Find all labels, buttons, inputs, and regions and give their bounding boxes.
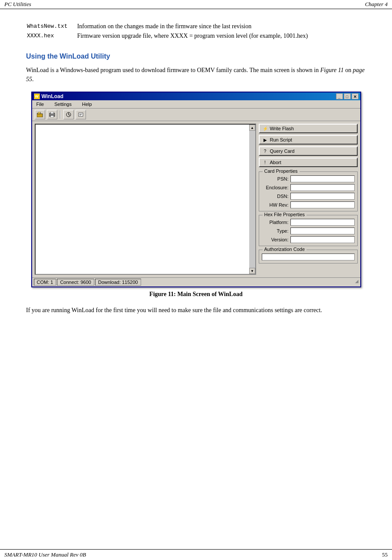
- action-buttons: ⚡ Write Flash ▶ Run Script ? Query Card: [259, 124, 358, 167]
- write-flash-label: Write Flash: [270, 126, 294, 131]
- body-text-1: WinLoad is a Windows-based program used …: [26, 66, 366, 84]
- svg-rect-3: [50, 112, 54, 114]
- body-text-2: If you are running WinLoad for the first…: [26, 306, 366, 315]
- query-card-btn[interactable]: ? Query Card: [259, 146, 358, 156]
- svg-line-7: [69, 115, 70, 115]
- win-right-pane: ⚡ Write Flash ▶ Run Script ? Query Card: [256, 121, 360, 277]
- prop-type-input[interactable]: [290, 227, 355, 234]
- winload-window: W WinLoad _ □ ✕ File Settings Help: [31, 92, 361, 287]
- figure-ref: Figure 11: [320, 67, 344, 73]
- auth-code-input[interactable]: [262, 254, 355, 260]
- toolbar-print-btn[interactable]: [47, 110, 57, 119]
- win-toolbar: [32, 109, 360, 121]
- prop-version-row: Version:: [262, 236, 355, 243]
- prop-enclosure-input[interactable]: [290, 184, 355, 191]
- prop-hwrev-label: HW Rev:: [262, 202, 289, 208]
- file-table-row: XXXX.hex Firmware version upgrade file, …: [27, 33, 365, 41]
- page-content: WhatsNew.txt Information on the changes …: [0, 9, 392, 340]
- run-script-label: Run Script: [270, 137, 292, 142]
- win-minimize-btn[interactable]: _: [336, 93, 343, 99]
- file-table-row: WhatsNew.txt Information on the changes …: [27, 23, 365, 32]
- svg-rect-8: [79, 113, 83, 116]
- page-footer: SMART-MR10 User Manual Rev 0B 55: [0, 549, 392, 560]
- prop-type-label: Type:: [262, 228, 289, 234]
- card-properties-title: Card Properties: [263, 168, 300, 174]
- file-table: WhatsNew.txt Information on the changes …: [26, 22, 366, 42]
- abort-icon: !: [262, 160, 268, 165]
- page-ref: page 55: [26, 67, 365, 82]
- win-maximize-btn[interactable]: □: [344, 93, 351, 99]
- auth-code-row: [262, 254, 355, 260]
- toolbar-btn-4[interactable]: [76, 110, 86, 119]
- win-controls[interactable]: _ □ ✕: [336, 93, 359, 99]
- auth-code-title: Authorization Code: [263, 247, 307, 252]
- file-name: WhatsNew.txt: [27, 23, 76, 32]
- figure-caption: Figure 11: Main Screen of WinLoad: [26, 291, 366, 298]
- header-left: PC Utilities: [4, 1, 31, 8]
- prop-hwrev-row: HW Rev:: [262, 201, 355, 208]
- section-heading: Using the WinLoad Utility: [26, 53, 366, 60]
- prop-enclosure-label: Enclosure:: [262, 185, 289, 190]
- file-description: Information on the changes made in the f…: [77, 23, 365, 32]
- write-flash-icon: ⚡: [262, 126, 268, 131]
- prop-dsn-label: DSN:: [262, 194, 289, 199]
- file-name: XXXX.hex: [27, 33, 76, 41]
- footer-right: 55: [382, 551, 388, 558]
- scrollbar-up[interactable]: ▲: [249, 125, 255, 131]
- winload-wrapper: W WinLoad _ □ ✕ File Settings Help: [26, 92, 366, 287]
- win-titlebar: W WinLoad _ □ ✕: [32, 92, 360, 100]
- prop-psn-row: PSN:: [262, 175, 355, 182]
- status-resize: ◢: [352, 279, 359, 286]
- prop-hwrev-input[interactable]: [290, 201, 355, 208]
- card-properties-group: Card Properties PSN: Enclosure: DSN:: [259, 171, 358, 211]
- run-script-btn[interactable]: ▶ Run Script: [259, 135, 358, 145]
- menu-settings[interactable]: Settings: [52, 101, 74, 107]
- status-connect: Connect: 9600: [57, 279, 94, 286]
- win-left-pane: ▲ ▼: [35, 124, 256, 275]
- query-card-label: Query Card: [270, 148, 295, 154]
- hex-properties-group: Hex File Properties Platform: Type: Vers…: [259, 215, 358, 246]
- toolbar-sep-1: [60, 111, 61, 119]
- status-com: COM: 1: [34, 279, 56, 286]
- status-spacer: [142, 279, 352, 286]
- prop-version-label: Version:: [262, 237, 289, 242]
- page-header: PC Utilities Chapter 4: [0, 0, 392, 9]
- prop-psn-input[interactable]: [290, 175, 355, 182]
- win-close-btn[interactable]: ✕: [352, 93, 359, 99]
- toolbar-open-btn[interactable]: [35, 110, 45, 119]
- status-download: Download: 115200: [95, 279, 141, 286]
- write-flash-btn[interactable]: ⚡ Write Flash: [259, 124, 358, 133]
- prop-type-row: Type:: [262, 227, 355, 234]
- win-app-icon: W: [34, 93, 40, 99]
- prop-platform-row: Platform:: [262, 219, 355, 226]
- header-right: Chapter 4: [365, 1, 388, 8]
- hex-properties-title: Hex File Properties: [263, 212, 307, 217]
- menu-help[interactable]: Help: [79, 101, 95, 107]
- win-menubar: File Settings Help: [32, 100, 360, 109]
- scrollbar-track: [249, 131, 255, 268]
- prop-dsn-input[interactable]: [290, 193, 355, 200]
- win-titlebar-title: W WinLoad: [34, 93, 64, 99]
- run-script-icon: ▶: [262, 138, 268, 142]
- prop-platform-label: Platform:: [262, 220, 289, 225]
- toolbar-btn-3[interactable]: [63, 110, 74, 119]
- prop-enclosure-row: Enclosure:: [262, 184, 355, 191]
- win-statusbar: COM: 1 Connect: 9600 Download: 115200 ◢: [32, 277, 360, 287]
- abort-label: Abort: [270, 160, 281, 165]
- scrollbar-down[interactable]: ▼: [249, 268, 255, 274]
- svg-rect-4: [50, 115, 54, 117]
- win-scrollbar[interactable]: ▲ ▼: [249, 125, 255, 274]
- svg-marker-1: [37, 112, 40, 114]
- query-card-icon: ?: [262, 149, 268, 154]
- prop-platform-input[interactable]: [290, 219, 355, 226]
- prop-dsn-row: DSN:: [262, 193, 355, 200]
- auth-code-group: Authorization Code: [259, 250, 358, 264]
- svg-rect-0: [37, 114, 43, 117]
- file-description: Firmware version upgrade file, where XXX…: [77, 33, 365, 41]
- win-body: ▲ ▼ ⚡ Write Flash ▶: [32, 121, 360, 277]
- footer-left: SMART-MR10 User Manual Rev 0B: [4, 551, 86, 558]
- menu-file[interactable]: File: [34, 101, 47, 107]
- win-title-text: WinLoad: [42, 93, 64, 99]
- prop-version-input[interactable]: [290, 236, 355, 243]
- abort-btn[interactable]: ! Abort: [259, 158, 358, 167]
